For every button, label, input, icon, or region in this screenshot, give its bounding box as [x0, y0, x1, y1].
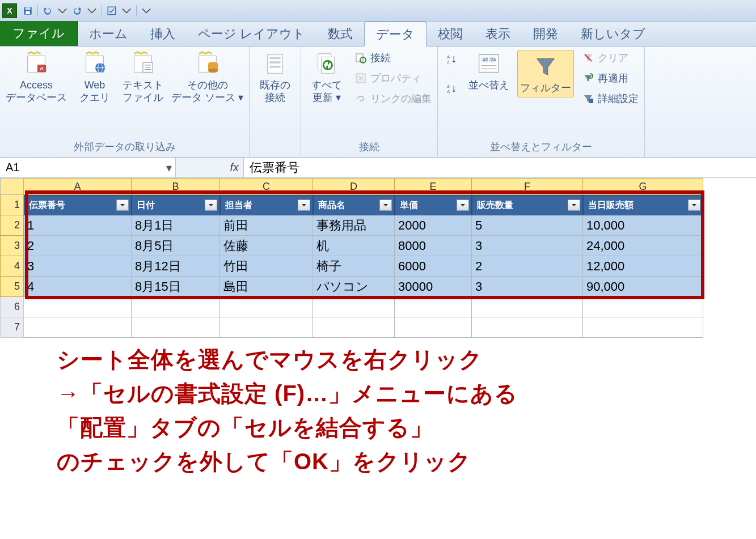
qat-undo-button[interactable] [41, 4, 54, 18]
cell[interactable]: 4 [24, 277, 132, 297]
cell[interactable]: 10,000 [583, 215, 703, 236]
text-file-button[interactable]: テキスト ファイル [123, 50, 163, 104]
col-head-E[interactable]: E [395, 178, 472, 195]
cell[interactable] [220, 297, 313, 317]
row-head-5[interactable]: 5 [0, 277, 24, 297]
row-head-1[interactable]: 1 [0, 195, 24, 215]
tab-review[interactable]: 校閲 [426, 21, 474, 46]
cell[interactable] [583, 297, 703, 317]
cell[interactable]: 8月15日 [132, 277, 220, 297]
web-query-button[interactable]: Web クエリ [75, 50, 115, 104]
name-box[interactable]: A1 ▾ [0, 158, 176, 177]
sort-dialog-button[interactable]: AZZA 並べ替え [468, 50, 509, 92]
connections-button[interactable]: 接続 [354, 50, 432, 66]
cell[interactable]: 3 [472, 277, 583, 297]
tab-page-layout[interactable]: ページ レイアウト [187, 21, 316, 46]
filter-dropdown-button[interactable] [379, 200, 392, 211]
reapply-button[interactable]: 再適用 [582, 70, 639, 86]
tab-new[interactable]: 新しいタブ [569, 21, 657, 46]
cell[interactable] [395, 297, 472, 317]
cell[interactable]: 島田 [220, 277, 313, 297]
header-cell[interactable]: 単価 [395, 195, 472, 215]
qat-checkbox-button[interactable] [105, 4, 119, 18]
fx-button[interactable]: fx [176, 158, 244, 177]
formula-input[interactable]: 伝票番号 [244, 158, 756, 177]
row-head-2[interactable]: 2 [0, 215, 24, 236]
qat-checkbox-dropdown[interactable] [120, 4, 133, 18]
cell[interactable] [395, 317, 472, 338]
header-cell[interactable]: 商品名 [313, 195, 395, 215]
cell[interactable] [472, 297, 583, 317]
cell[interactable]: 24,000 [583, 236, 703, 256]
cell[interactable]: 机 [313, 236, 395, 256]
filter-dropdown-button[interactable] [568, 200, 580, 211]
cell[interactable]: 3 [24, 256, 132, 277]
existing-connections-button[interactable]: 既存の 接続 [255, 50, 295, 104]
cell[interactable]: 佐藤 [220, 236, 313, 256]
col-head-G[interactable]: G [583, 178, 703, 195]
cell[interactable]: 竹田 [220, 256, 313, 277]
header-cell[interactable]: 販売数量 [472, 195, 583, 215]
cell[interactable]: 椅子 [313, 256, 395, 277]
header-cell[interactable]: 伝票番号 [24, 195, 132, 215]
tab-view[interactable]: 表示 [474, 21, 522, 46]
cell[interactable] [132, 297, 220, 317]
col-head-F[interactable]: F [472, 178, 583, 195]
sort-desc-button[interactable]: ZA [444, 79, 461, 99]
col-head-B[interactable]: B [132, 178, 220, 195]
tab-file[interactable]: ファイル [0, 21, 78, 46]
cell[interactable]: 3 [472, 236, 583, 256]
cell[interactable] [24, 297, 132, 317]
cell[interactable] [472, 317, 583, 338]
sort-asc-button[interactable]: AZ [444, 50, 461, 69]
refresh-all-button[interactable]: すべて 更新 ▾ [307, 50, 347, 104]
cell[interactable]: 8000 [395, 236, 472, 256]
filter-dropdown-button[interactable] [116, 200, 129, 211]
col-head-A[interactable]: A [24, 178, 132, 195]
filter-dropdown-button[interactable] [457, 200, 469, 211]
cell[interactable] [220, 317, 313, 338]
row-head-7[interactable]: 7 [0, 317, 24, 338]
cell[interactable] [24, 317, 132, 338]
cell[interactable]: 12,000 [583, 256, 703, 277]
qat-redo-button[interactable] [70, 4, 84, 18]
tab-developer[interactable]: 開発 [522, 21, 569, 46]
col-head-C[interactable]: C [220, 178, 313, 195]
cell[interactable]: 事務用品 [313, 215, 395, 236]
cell[interactable]: 2 [24, 236, 132, 256]
row-head-4[interactable]: 4 [0, 256, 24, 277]
access-db-button[interactable]: A Access データベース [6, 50, 67, 104]
properties-button[interactable]: プロパティ [354, 70, 432, 86]
qat-save-button[interactable] [21, 4, 35, 18]
edit-links-button[interactable]: リンクの編集 [354, 91, 432, 107]
cell[interactable] [313, 317, 395, 338]
row-head-3[interactable]: 3 [0, 236, 24, 256]
col-head-D[interactable]: D [313, 178, 395, 195]
cell[interactable] [132, 317, 220, 338]
cell[interactable]: 1 [24, 215, 132, 236]
cell[interactable] [313, 297, 395, 317]
row-head-6[interactable]: 6 [0, 297, 24, 317]
clear-filter-button[interactable]: クリア [582, 50, 639, 66]
select-all-corner[interactable] [0, 178, 24, 195]
cell[interactable]: パソコン [313, 277, 395, 297]
cell[interactable]: 6000 [395, 256, 472, 277]
filter-dropdown-button[interactable] [205, 200, 217, 211]
header-cell[interactable]: 当日販売額 [583, 195, 703, 215]
tab-home[interactable]: ホーム [78, 21, 139, 46]
cell[interactable]: 前田 [220, 215, 313, 236]
header-cell[interactable]: 担当者 [220, 195, 313, 215]
cell[interactable]: 5 [472, 215, 583, 236]
cell[interactable]: 2000 [395, 215, 472, 236]
filter-button[interactable]: フィルター [517, 50, 574, 97]
filter-dropdown-button[interactable] [298, 200, 310, 211]
cell[interactable]: 90,000 [583, 277, 703, 297]
filter-dropdown-button[interactable] [688, 200, 700, 211]
tab-insert[interactable]: 挿入 [139, 21, 187, 46]
advanced-filter-button[interactable]: 詳細設定 [582, 91, 639, 107]
cell[interactable]: 8月12日 [132, 256, 220, 277]
qat-undo-dropdown[interactable] [56, 4, 69, 18]
worksheet[interactable]: A B C D E F G 1 2 3 4 5 6 7 伝票番号 日付 担当者 … [0, 178, 756, 539]
cell[interactable]: 8月5日 [132, 236, 220, 256]
other-sources-button[interactable]: その他の データ ソース ▾ [171, 50, 243, 104]
